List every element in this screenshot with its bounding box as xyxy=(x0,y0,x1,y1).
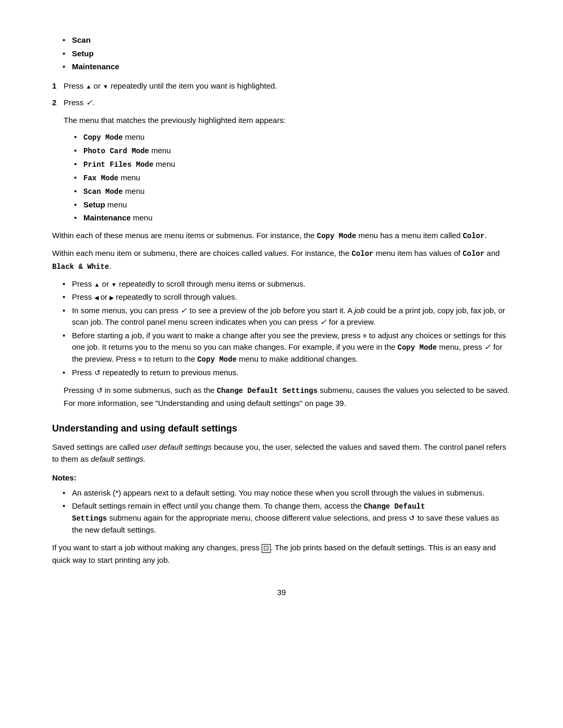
arrow-left-icon xyxy=(94,292,99,301)
bullet-maintenance: Maintenance xyxy=(63,61,511,73)
bullet-return: Press ↺ repeatedly to return to previous… xyxy=(63,367,511,379)
final-para: If you want to start a job without makin… xyxy=(52,541,511,566)
note-asterisk: An asterisk (*) appears next to a defaul… xyxy=(63,487,511,499)
step-1-content: Press or repeatedly until the item you w… xyxy=(64,80,511,92)
section-para-1: Saved settings are called user default s… xyxy=(52,441,511,465)
note-default-settings: Default settings remain in effect until … xyxy=(63,500,511,536)
black-white-ref: Black & White xyxy=(52,263,109,271)
notes-list: An asterisk (*) appears next to a defaul… xyxy=(52,487,511,536)
inner-bullets-list: Press or repeatedly to scroll through me… xyxy=(52,278,511,379)
default-settings-italic: default settings. xyxy=(91,454,145,463)
para-1: Within each of these menus are menu item… xyxy=(52,229,511,242)
check-sym-3: ✓ xyxy=(484,342,491,351)
job-italic-1: job xyxy=(354,306,365,315)
bullet-scan: Scan xyxy=(63,34,511,46)
change-default-ref-2: Change Default xyxy=(364,502,425,511)
step-2-content: Press ✓. xyxy=(64,97,511,109)
top-bullet-list: Scan Setup Maintenance xyxy=(52,34,511,73)
step-1: 1 Press or repeatedly until the item you… xyxy=(52,80,511,92)
bullet-before-job: Before starting a job, if you want to ma… xyxy=(63,330,511,366)
arrow-up-icon-2 xyxy=(94,279,100,288)
menu-fax-mode: Fax Mode menu xyxy=(74,172,511,184)
page-number: 39 xyxy=(52,587,511,599)
bullet-preview: In some menus, you can press ✓ to see a … xyxy=(63,305,511,328)
bullet-scroll-menu: Press or repeatedly to scroll through me… xyxy=(63,278,511,290)
bullet-setup: Setup xyxy=(63,48,511,60)
step-2-number: 2 xyxy=(52,97,59,109)
pressing-para: Pressing ↺ in some submenus, such as the… xyxy=(64,384,511,409)
arrow-down-icon xyxy=(103,81,108,90)
arrow-right-icon xyxy=(109,292,114,301)
menu-items-list: Copy Mode menu Photo Card Mode menu Prin… xyxy=(64,131,511,224)
return-arrow-icon-3: ↺ xyxy=(409,514,415,522)
check-sym-2: ✓ xyxy=(320,317,327,326)
menu-scan-mode: Scan Mode menu xyxy=(74,186,511,198)
menu-print-files: Print Files Mode menu xyxy=(74,158,511,170)
copy-mode-ref-inner-2: Copy Mode xyxy=(197,355,237,364)
para-2: Within each menu item or submenu, there … xyxy=(52,247,511,273)
notes-heading: Notes: xyxy=(52,472,511,484)
settings-ref: Settings xyxy=(72,514,107,523)
return-arrow-icon: ↺ xyxy=(94,368,101,377)
arrow-up-icon xyxy=(86,81,92,90)
menu-icon-2: ≡ xyxy=(138,356,142,364)
user-default-italic: user default settings xyxy=(142,442,212,451)
arrow-down-icon-2 xyxy=(111,279,117,288)
color-ref-3: Color xyxy=(462,250,484,258)
step-2: 2 Press ✓. xyxy=(52,97,511,109)
copy-mode-ref-inner: Copy Mode xyxy=(398,343,437,352)
menu-setup: Setup menu xyxy=(74,199,511,211)
start-job-icon: ⊡ xyxy=(262,544,271,553)
check-sym-1: ✓ xyxy=(180,306,187,315)
copy-mode-ref-1: Copy Mode xyxy=(317,232,357,240)
change-default-ref: Change Default Settings xyxy=(217,387,317,395)
step2-sub-para: The menu that matches the previously hig… xyxy=(64,114,511,126)
color-ref-2: Color xyxy=(351,250,373,258)
check-symbol: ✓ xyxy=(86,98,93,107)
section-heading: Understanding and using default settings xyxy=(52,422,511,436)
bullet-scroll-values: Press or repeatedly to scroll through va… xyxy=(63,291,511,303)
color-ref-1: Color xyxy=(463,232,485,240)
menu-photo-card: Photo Card Mode menu xyxy=(74,145,511,157)
menu-copy-mode: Copy Mode menu xyxy=(74,131,511,143)
step-1-number: 1 xyxy=(52,80,59,92)
menu-icon-1: ≡ xyxy=(363,332,367,340)
menu-maintenance: Maintenance menu xyxy=(74,212,511,224)
return-arrow-icon-2: ↺ xyxy=(96,386,103,394)
values-italic: values xyxy=(264,249,287,257)
